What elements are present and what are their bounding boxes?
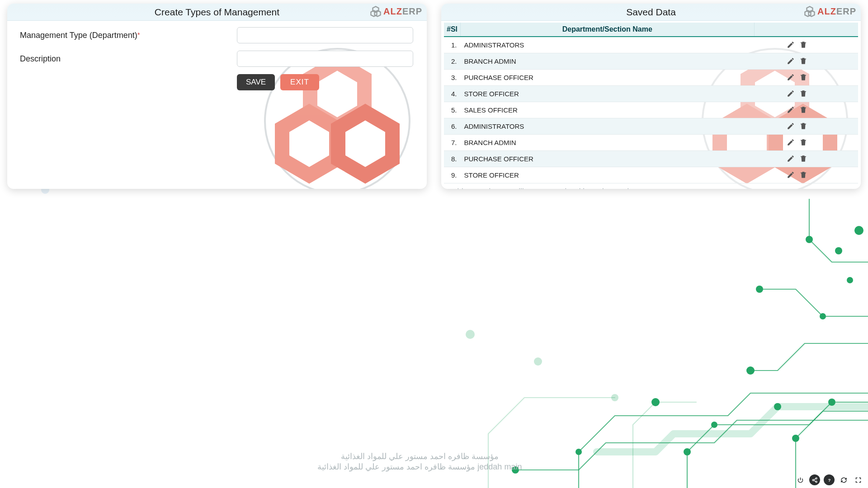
form-card-header: Create Types of Management ALZERP <box>7 4 427 21</box>
power-icon[interactable] <box>795 474 806 485</box>
row-name: BRANCH ADMIN <box>461 53 754 70</box>
delete-icon[interactable] <box>798 170 808 180</box>
row-name: PURCHASE OFFICER <box>461 151 754 167</box>
edit-icon[interactable] <box>786 40 796 50</box>
delete-icon[interactable] <box>798 72 808 82</box>
edit-icon[interactable] <box>786 105 796 115</box>
row-serial: 4. <box>444 86 461 102</box>
system-icon-bar: ? <box>795 474 863 485</box>
row-serial: 3. <box>444 70 461 86</box>
management-type-label: Management Type (Department)* <box>20 31 237 40</box>
svg-text:?: ? <box>828 478 830 482</box>
footer-line2: مؤسسة ظافره احمد مستور علي للمواد الغذائ… <box>317 462 522 472</box>
table-row: 8.PURCHASE OFFICER <box>444 151 858 167</box>
delete-icon[interactable] <box>798 56 808 66</box>
table-row: 4.STORE OFFICER <box>444 86 858 102</box>
refresh-icon[interactable] <box>838 474 849 485</box>
delete-icon[interactable] <box>798 89 808 99</box>
row-name: BRANCH ADMIN <box>461 135 754 151</box>
save-button[interactable]: SAVE <box>237 74 275 90</box>
col-actions-header <box>754 23 858 37</box>
create-management-card: Create Types of Management ALZERP Manage… <box>7 4 427 189</box>
required-indicator: * <box>137 31 140 38</box>
edit-icon[interactable] <box>786 121 796 131</box>
row-serial: 2. <box>444 53 461 70</box>
row-serial: 6. <box>444 118 461 135</box>
delete-icon[interactable] <box>798 137 808 147</box>
description-label: Description <box>20 54 237 64</box>
edit-icon[interactable] <box>786 89 796 99</box>
brand-logo: ALZERP <box>804 5 856 17</box>
help-icon[interactable]: ? <box>824 474 835 485</box>
col-sl-header: #Sl <box>444 23 461 37</box>
table-hint: hint: employees will get access level ba… <box>444 183 858 189</box>
edit-icon[interactable] <box>786 137 796 147</box>
row-name: PURCHASE OFFICER <box>461 70 754 86</box>
edit-icon[interactable] <box>786 72 796 82</box>
delete-icon[interactable] <box>798 40 808 50</box>
col-name-header: Department/Section Name <box>461 23 754 37</box>
footer-company-text: مؤسسة ظافره احمد مستور علي للمواد الغذائ… <box>317 451 522 472</box>
footer-line1: مؤسسة ظافره احمد مستور علي للمواد الغذائ… <box>317 451 522 462</box>
table-row: 7.BRANCH ADMIN <box>444 135 858 151</box>
edit-icon[interactable] <box>786 56 796 66</box>
saved-data-card: Saved Data ALZERP #Sl Department/Section… <box>441 4 861 189</box>
table-row: 9.STORE OFFICER <box>444 167 858 183</box>
table-row: 3.PURCHASE OFFICER <box>444 70 858 86</box>
row-name: ADMINISTRATORS <box>461 37 754 53</box>
description-input[interactable] <box>237 51 413 67</box>
row-serial: 7. <box>444 135 461 151</box>
table-row: 5.SALES OFFICER <box>444 102 858 118</box>
edit-icon[interactable] <box>786 154 796 164</box>
table-row: 2.BRANCH ADMIN <box>444 53 858 70</box>
row-name: STORE OFFICER <box>461 86 754 102</box>
row-serial: 1. <box>444 37 461 53</box>
fullscreen-icon[interactable] <box>853 474 863 485</box>
row-serial: 9. <box>444 167 461 183</box>
form-title: Create Types of Management <box>155 7 279 18</box>
management-type-input[interactable] <box>237 27 413 43</box>
table-row: 6.ADMINISTRATORS <box>444 118 858 135</box>
delete-icon[interactable] <box>798 154 808 164</box>
row-name: STORE OFFICER <box>461 167 754 183</box>
saved-data-table: #Sl Department/Section Name 1.ADMINISTRA… <box>444 23 858 183</box>
table-card-header: Saved Data ALZERP <box>441 4 861 21</box>
brand-logo: ALZERP <box>370 5 422 17</box>
table-row: 1.ADMINISTRATORS <box>444 37 858 53</box>
share-icon[interactable] <box>809 474 820 485</box>
row-name: ADMINISTRATORS <box>461 118 754 135</box>
edit-icon[interactable] <box>786 170 796 180</box>
table-title: Saved Data <box>626 7 676 18</box>
row-name: SALES OFFICER <box>461 102 754 118</box>
exit-button[interactable]: EXIT <box>280 74 319 90</box>
row-serial: 5. <box>444 102 461 118</box>
delete-icon[interactable] <box>798 105 808 115</box>
delete-icon[interactable] <box>798 121 808 131</box>
row-serial: 8. <box>444 151 461 167</box>
